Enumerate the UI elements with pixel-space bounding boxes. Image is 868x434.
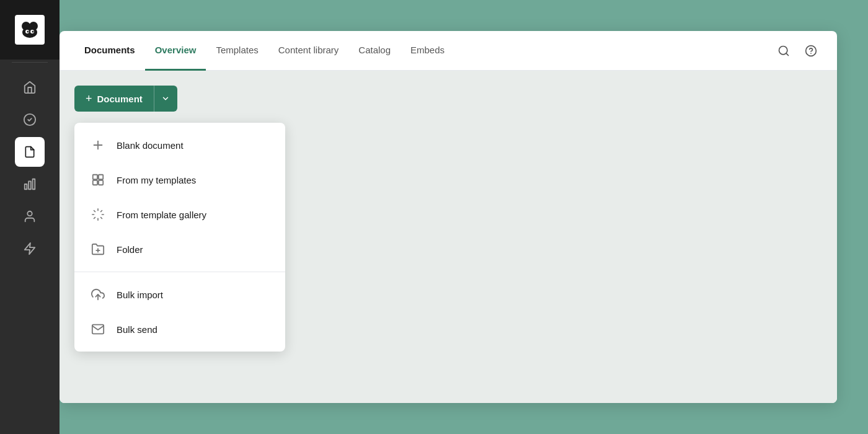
sidebar-item-contacts[interactable] (15, 202, 45, 231)
sidebar-item-home[interactable] (15, 73, 45, 102)
svg-rect-22 (99, 180, 103, 185)
tab-embeds[interactable]: Embeds (401, 31, 454, 71)
svg-point-11 (27, 211, 32, 216)
from-my-templates-label: From my templates (117, 175, 196, 185)
bulk-import-label: Bulk import (117, 290, 163, 300)
folder-item[interactable]: Folder (74, 232, 285, 267)
help-button[interactable] (800, 40, 822, 62)
from-template-gallery-label: From template gallery (117, 210, 206, 220)
plus-large-icon (89, 136, 107, 154)
blank-document-item[interactable]: Blank document (74, 128, 285, 162)
app-sidebar (0, 0, 60, 434)
svg-line-29 (94, 218, 95, 219)
tab-catalog[interactable]: Catalog (348, 31, 401, 71)
dropdown-toggle-button[interactable] (154, 86, 177, 112)
new-document-button[interactable]: + Document (74, 86, 154, 112)
sidebar-divider (12, 62, 48, 63)
bulk-send-item[interactable]: Bulk send (74, 312, 285, 347)
sidebar-item-tasks[interactable] (15, 105, 45, 135)
logo-box (15, 15, 45, 45)
folder-plus-icon (89, 241, 107, 258)
main-panel: Documents Overview Templates Content lib… (60, 31, 837, 403)
sidebar-nav (0, 65, 60, 264)
svg-rect-20 (99, 175, 103, 179)
search-button[interactable] (773, 40, 795, 62)
tab-templates[interactable]: Templates (206, 31, 268, 71)
svg-line-30 (101, 211, 102, 212)
bulk-send-label: Bulk send (117, 324, 157, 335)
tab-overview[interactable]: Overview (145, 31, 206, 71)
app-logo (0, 0, 60, 60)
blank-document-label: Blank document (117, 140, 184, 151)
svg-point-2 (22, 27, 37, 38)
content-area: + Document (60, 71, 837, 403)
svg-rect-21 (93, 180, 97, 185)
top-nav: Documents Overview Templates Content lib… (60, 31, 837, 71)
tab-content-library[interactable]: Content library (268, 31, 349, 71)
plus-icon: + (86, 92, 92, 105)
svg-point-5 (27, 31, 29, 33)
template-icon (89, 171, 107, 188)
folder-label: Folder (117, 244, 143, 255)
upload-icon (89, 286, 107, 303)
from-template-gallery-item[interactable]: From template gallery (74, 197, 285, 232)
tab-documents[interactable]: Documents (74, 31, 145, 71)
sparkle-icon (89, 206, 107, 223)
create-dropdown-menu: Blank document From my templates (74, 123, 285, 352)
bulk-import-item[interactable]: Bulk import (74, 277, 285, 312)
from-my-templates-item[interactable]: From my templates (74, 162, 285, 197)
svg-rect-8 (25, 184, 27, 189)
svg-point-6 (32, 31, 34, 33)
dropdown-section-2: Bulk import Bulk send (74, 272, 285, 352)
new-document-label: Document (97, 94, 143, 104)
svg-line-14 (786, 53, 789, 55)
sidebar-item-automations[interactable] (15, 234, 45, 264)
svg-marker-12 (25, 243, 35, 254)
sidebar-item-documents[interactable] (15, 137, 45, 167)
dropdown-section-1: Blank document From my templates (74, 123, 285, 272)
svg-rect-19 (93, 175, 97, 179)
svg-rect-9 (29, 181, 31, 189)
svg-line-27 (94, 211, 95, 212)
mail-icon (89, 321, 107, 338)
toolbar-row: + Document (74, 86, 177, 112)
sidebar-item-analytics[interactable] (15, 169, 45, 199)
svg-line-28 (101, 218, 102, 219)
svg-rect-10 (33, 179, 35, 190)
